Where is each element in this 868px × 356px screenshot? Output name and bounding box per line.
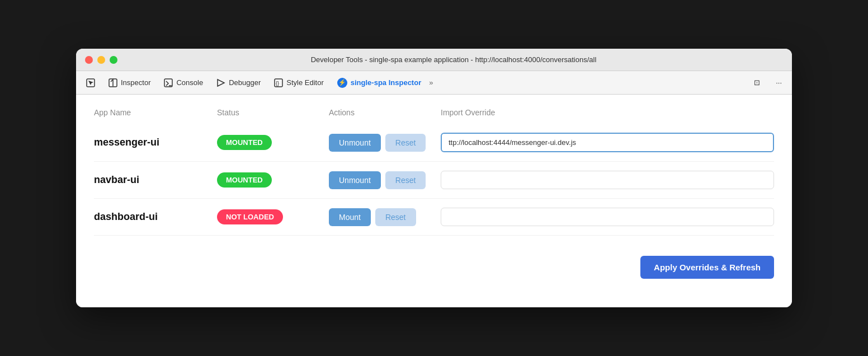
cursor-tool-button[interactable] (81, 75, 101, 91)
apply-overrides-button[interactable]: Apply Overrides & Refresh (640, 256, 774, 279)
inspector-button[interactable]: Inspector (103, 75, 156, 91)
maximize-button[interactable] (110, 56, 117, 64)
table-row: dashboard-ui NOT LOADED Mount Reset (94, 199, 774, 236)
actions-cell-messenger-ui: Unmount Reset (329, 134, 441, 152)
single-spa-icon: ⚡ (337, 78, 347, 88)
main-content: App Name Status Actions Import Override … (76, 95, 792, 307)
debugger-icon (216, 78, 225, 87)
more-options-button[interactable]: ··· (770, 75, 787, 90)
status-badge: MOUNTED (217, 135, 272, 150)
single-spa-label: single-spa Inspector (351, 78, 421, 87)
inspector-label: Inspector (121, 78, 150, 87)
unmount-button-navbar-ui[interactable]: Unmount (329, 171, 381, 189)
minimize-button[interactable] (97, 56, 105, 64)
status-badge-dashboard-ui: NOT LOADED (217, 209, 329, 224)
bottom-row: Apply Overrides & Refresh (94, 236, 774, 288)
col-header-app-name: App Name (94, 108, 217, 117)
import-input-navbar-ui[interactable] (441, 171, 774, 189)
import-override-navbar-ui (441, 171, 774, 189)
app-name-messenger-ui: messenger-ui (94, 137, 217, 148)
console-icon (164, 78, 173, 87)
app-name-navbar-ui: navbar-ui (94, 174, 217, 186)
import-input-messenger-ui[interactable] (441, 133, 774, 152)
actions-cell-navbar-ui: Unmount Reset (329, 171, 441, 189)
close-button[interactable] (85, 56, 93, 64)
title-bar: Developer Tools - single-spa example app… (76, 49, 792, 71)
status-badge: NOT LOADED (217, 209, 283, 224)
col-header-import-override: Import Override (441, 108, 774, 117)
debugger-label: Debugger (229, 78, 261, 87)
style-editor-label: Style Editor (286, 78, 323, 87)
svg-text:{}: {} (276, 81, 279, 86)
col-header-status: Status (217, 108, 329, 117)
debugger-button[interactable]: Debugger (211, 75, 266, 91)
traffic-lights (85, 56, 117, 64)
app-name-dashboard-ui: dashboard-ui (94, 211, 217, 223)
chevron-more-icon[interactable]: » (429, 78, 433, 87)
col-header-actions: Actions (329, 108, 441, 117)
table-header: App Name Status Actions Import Override (94, 108, 774, 124)
table-row: messenger-ui MOUNTED Unmount Reset (94, 124, 774, 162)
more-options-icon: ··· (776, 78, 782, 87)
svg-marker-4 (218, 79, 224, 86)
single-spa-inspector-button[interactable]: ⚡ single-spa Inspector (332, 74, 427, 91)
responsive-icon: ⊡ (754, 78, 760, 87)
import-input-dashboard-ui[interactable] (441, 208, 774, 226)
reset-button-messenger-ui[interactable]: Reset (385, 134, 426, 152)
cursor-icon (86, 78, 95, 87)
mount-button-dashboard-ui[interactable]: Mount (329, 208, 371, 226)
status-badge: MOUNTED (217, 172, 272, 188)
status-badge-navbar-ui: MOUNTED (217, 172, 329, 188)
style-editor-icon: {} (274, 78, 283, 87)
reset-button-dashboard-ui[interactable]: Reset (375, 208, 416, 226)
responsive-design-button[interactable]: ⊡ (748, 75, 766, 90)
reset-button-navbar-ui[interactable]: Reset (385, 171, 426, 189)
console-button[interactable]: Console (158, 75, 209, 91)
import-override-dashboard-ui (441, 208, 774, 226)
import-override-messenger-ui (441, 133, 774, 152)
style-editor-button[interactable]: {} Style Editor (268, 75, 329, 91)
console-label: Console (176, 78, 203, 87)
unmount-button-messenger-ui[interactable]: Unmount (329, 134, 381, 152)
toolbar-right-actions: ⊡ ··· (748, 75, 787, 90)
status-badge-messenger-ui: MOUNTED (217, 135, 329, 150)
devtools-toolbar: Inspector Console Debugger (76, 71, 792, 95)
browser-window: Developer Tools - single-spa example app… (76, 49, 792, 307)
inspector-icon (108, 78, 117, 87)
actions-cell-dashboard-ui: Mount Reset (329, 208, 441, 226)
window-title: Developer Tools - single-spa example app… (124, 55, 783, 64)
table-row: navbar-ui MOUNTED Unmount Reset (94, 162, 774, 199)
